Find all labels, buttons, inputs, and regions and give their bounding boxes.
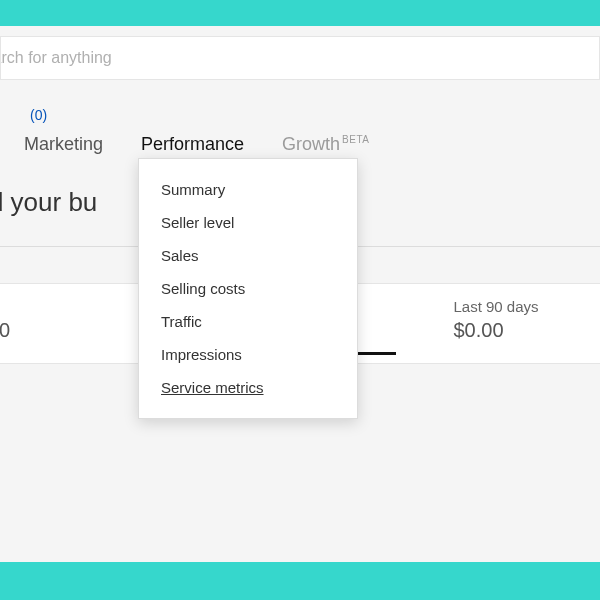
dropdown-item-service-metrics[interactable]: Service metrics xyxy=(139,371,357,404)
beta-badge: BETA xyxy=(342,134,369,145)
tab-growth-label: Growth xyxy=(282,134,340,154)
metric-label: Today xyxy=(0,298,89,315)
metric-90days[interactable]: Last 90 days $0.00 xyxy=(436,298,601,345)
dropdown-item-summary[interactable]: Summary xyxy=(139,173,357,206)
performance-dropdown: SummarySeller levelSalesSelling costsTra… xyxy=(138,158,358,419)
metric-value: $0.00 xyxy=(0,319,89,342)
metric-label: Last 90 days xyxy=(454,298,583,315)
tab-marketing[interactable]: Marketing xyxy=(24,134,117,165)
dropdown-item-sales[interactable]: Sales xyxy=(139,239,357,272)
dropdown-item-selling-costs[interactable]: Selling costs xyxy=(139,272,357,305)
item-count-link[interactable]: (0) xyxy=(24,107,47,123)
search-bar xyxy=(0,36,600,80)
metric-today[interactable]: Today $0.00 xyxy=(0,298,107,345)
metric-value: $0.00 xyxy=(454,319,583,342)
search-input[interactable] xyxy=(1,37,599,79)
dropdown-item-impressions[interactable]: Impressions xyxy=(139,338,357,371)
dropdown-item-seller-level[interactable]: Seller level xyxy=(139,206,357,239)
dropdown-item-traffic[interactable]: Traffic xyxy=(139,305,357,338)
